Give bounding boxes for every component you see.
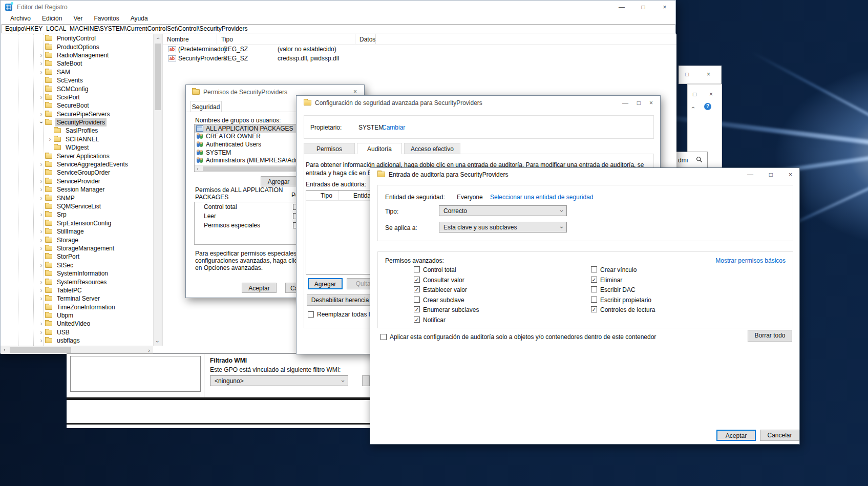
scroll-left-icon[interactable]: › [194,165,202,172]
permission-checkbox[interactable]: ✓ [414,306,420,312]
scroll-down-icon[interactable]: › [154,337,161,346]
column-header[interactable]: Nombre [163,34,217,44]
maximize-icon[interactable]: □ [693,91,696,98]
close-icon[interactable]: × [707,71,710,78]
tab[interactable]: Acceso efectivo [404,143,460,154]
tree-item[interactable]: ServiceGroupOrder [1,168,153,177]
tree-item[interactable]: › Storage [1,236,153,244]
tree-item[interactable]: › SAM [1,68,153,76]
tree-item[interactable]: › StillImage [1,227,153,236]
menu-item[interactable]: Archivo [5,14,36,24]
menu-item[interactable]: Edición [36,14,68,24]
add-group-button[interactable]: Agregar [261,176,297,186]
permission-checkbox[interactable]: ✓ [591,306,597,312]
value-row[interactable]: ab (Predeterminado) REG_SZ (valor no est… [163,45,676,54]
scroll-right-icon[interactable]: › [145,347,153,354]
applies-to-dropdown[interactable]: Esta clave y sus subclaves › [439,222,567,233]
permission-checkbox[interactable] [591,286,597,292]
cancel-button[interactable]: Cancelar [760,430,799,441]
tree-item[interactable]: Server Applications [1,152,153,160]
search-icon[interactable] [696,156,703,164]
tree-item[interactable]: › SecurePipeServers [1,110,153,118]
permission-checkbox[interactable] [414,266,420,272]
tree-item[interactable]: › Srp [1,210,153,219]
replace-audit-entries-checkbox[interactable] [308,311,314,318]
minimize-icon[interactable]: — [747,171,753,178]
menu-item[interactable]: Favoritos [88,14,124,24]
tree-item[interactable]: TimeZoneInformation [1,303,153,311]
change-owner-link[interactable]: Cambiar [382,124,405,131]
add-audit-entry-button[interactable]: Agregar [308,278,343,289]
tree-item[interactable]: › TabletPC [1,286,153,294]
tree-item[interactable]: SQMServiceList [1,202,153,210]
tree-item[interactable]: › SNMP [1,194,153,202]
tree-item[interactable]: ScEvents [1,76,153,84]
tree-item[interactable]: › USB [1,328,153,336]
tree-item[interactable]: WDigest [1,143,153,152]
menu-item[interactable]: Ayuda [125,14,154,24]
permission-checkbox[interactable]: ✓ [414,277,420,283]
column-header[interactable]: Tipo [306,191,339,200]
permission-checkbox[interactable]: ✓ [591,277,597,283]
tree-vertical-scrollbar[interactable]: › › [153,34,162,346]
tree-item[interactable]: › SafeBoot [1,59,153,68]
scroll-up-icon[interactable]: › [154,34,161,43]
tree-item[interactable]: StorPort [1,252,153,261]
close-icon[interactable]: × [353,88,357,95]
minimize-icon[interactable]: — [611,4,632,11]
tree-item[interactable]: ProductOptions [1,43,153,51]
maximize-icon[interactable]: □ [685,71,689,78]
tree-item[interactable]: SystemInformation [1,269,153,278]
scrollbar-thumb[interactable] [155,44,161,110]
show-basic-permissions-link[interactable]: Mostrar permisos básicos [715,257,786,264]
tab[interactable]: Auditoría [357,143,402,154]
chevron-up-icon[interactable]: › [689,107,696,109]
type-dropdown[interactable]: Correcto › [439,205,567,216]
tree-item[interactable]: › StorageManagement [1,244,153,252]
permission-checkbox[interactable] [591,266,597,272]
maximize-icon[interactable]: □ [632,4,654,11]
close-icon[interactable]: × [649,99,653,107]
close-icon[interactable]: × [654,4,675,11]
wmi-open-button-fragment[interactable] [362,375,370,386]
tree-item[interactable]: SCMConfig [1,84,153,93]
tree-item[interactable]: SecureBoot [1,101,153,110]
tree-expander-icon[interactable]: › [46,135,54,143]
scrollbar-thumb[interactable] [10,347,71,353]
tree-item[interactable]: › ScsiPort [1,93,153,101]
tab[interactable]: Permisos [304,143,355,154]
clear-all-button[interactable]: Borrar todo [748,330,792,342]
gpo-list-box[interactable] [70,356,201,392]
tree-item[interactable]: › ServiceProvider [1,177,153,185]
tree-expander-icon[interactable]: › [37,119,46,126]
help-icon[interactable] [704,103,711,110]
menu-item[interactable]: Ver [68,14,88,24]
ok-button[interactable]: Aceptar [716,430,756,441]
apply-scope-checkbox[interactable] [380,334,387,340]
close-icon[interactable]: × [789,171,792,178]
address-bar[interactable]: Equipo\HKEY_LOCAL_MACHINE\SYSTEM\Current… [2,24,675,33]
tree-item[interactable]: › RadioManagement [1,51,153,59]
tree-item[interactable]: › SystemResources [1,278,153,286]
tree-item[interactable]: SaslProfiles [1,126,153,135]
permission-checkbox[interactable] [414,297,420,303]
maximize-icon[interactable]: □ [769,171,773,178]
tab-seguridad[interactable]: Seguridad [190,101,222,112]
tree-item[interactable]: SrpExtensionConfig [1,219,153,227]
tree-item[interactable]: › Session Manager [1,185,153,194]
close-icon[interactable]: × [709,91,713,98]
permission-checkbox[interactable]: ✓ [414,286,420,292]
registry-titlebar[interactable]: Editor del Registro — □ × [1,1,675,14]
tree-item[interactable]: › Terminal Server [1,294,153,303]
tree-item[interactable]: › StSec [1,261,153,269]
tree-item[interactable]: PriorityControl [1,34,153,43]
ok-button[interactable]: Aceptar [242,283,277,293]
tree-item[interactable]: › UnitedVideo [1,320,153,328]
wmi-filter-dropdown[interactable]: <ninguno> › [210,375,348,386]
tree-horizontal-scrollbar[interactable]: › › [1,346,153,354]
background-search-fragment[interactable]: dmi [674,152,708,169]
minimize-icon[interactable]: — [622,99,628,107]
tree-item[interactable]: › ServiceAggregatedEvents [1,160,153,168]
tree-item[interactable]: › SecurityProviders [1,118,153,126]
tree-item[interactable]: Ubpm [1,311,153,320]
